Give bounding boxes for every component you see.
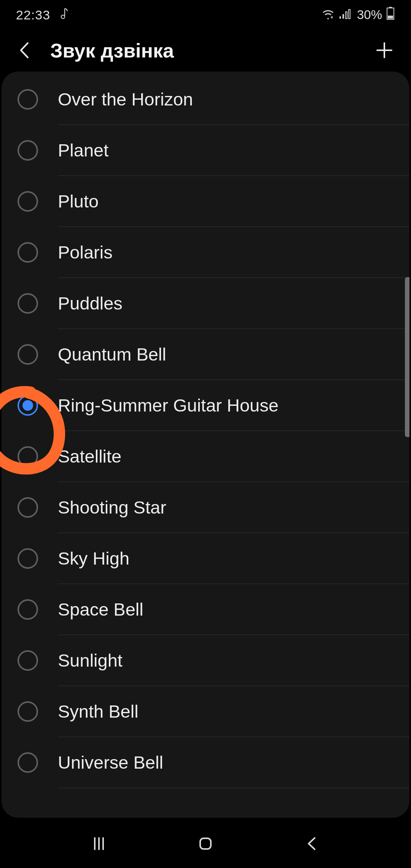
add-button[interactable] [373, 39, 396, 62]
svg-rect-13 [200, 838, 211, 849]
radio-button[interactable] [18, 650, 38, 671]
nav-back-button[interactable] [293, 833, 331, 855]
ringtone-label-wrap: Planet [58, 125, 409, 176]
radio-button[interactable] [18, 242, 38, 263]
radio-button[interactable] [18, 293, 38, 314]
ringtone-list[interactable]: Over the HorizonPlanetPlutoPolarisPuddle… [2, 74, 409, 788]
status-left: 22:33 [16, 7, 70, 22]
music-note-icon [59, 7, 70, 22]
status-right: 30% [321, 7, 395, 23]
ringtone-label-wrap: Universe Bell [58, 737, 409, 788]
recents-icon [91, 836, 107, 853]
ringtone-label-wrap: Shooting Star [58, 482, 409, 533]
status-bar: 22:33 30% [0, 0, 411, 30]
ringtone-item[interactable]: Pluto [18, 176, 409, 227]
radio-button[interactable] [18, 344, 38, 365]
ringtone-label: Over the Horizon [58, 89, 193, 110]
ringtone-item[interactable]: Quantum Bell [18, 329, 409, 380]
nav-recents-button[interactable] [80, 833, 118, 855]
radio-button[interactable] [18, 395, 38, 416]
ringtone-item[interactable]: Shooting Star [18, 482, 409, 533]
ringtone-label-wrap: Synth Bell [58, 686, 409, 737]
chevron-left-icon [18, 41, 31, 61]
ringtone-list-panel: Over the HorizonPlanetPlutoPolarisPuddle… [2, 72, 409, 818]
battery-icon [386, 7, 395, 23]
ringtone-label: Quantum Bell [58, 344, 166, 365]
ringtone-label: Universe Bell [58, 752, 163, 773]
ringtone-item[interactable]: Satellite [18, 431, 409, 482]
radio-button[interactable] [18, 89, 38, 110]
ringtone-label: Puddles [58, 293, 123, 314]
plus-icon [375, 41, 394, 61]
ringtone-item[interactable]: Puddles [18, 278, 409, 329]
back-button[interactable] [13, 39, 36, 62]
page-title: Звук дзвінка [50, 39, 358, 62]
ringtone-item[interactable]: Ring-Summer Guitar House [18, 380, 409, 431]
ringtone-item[interactable]: Universe Bell [18, 737, 409, 788]
svg-rect-2 [342, 14, 344, 19]
cell-signal-icon [339, 8, 351, 22]
ringtone-label: Planet [58, 140, 108, 161]
ringtone-label: Sky High [58, 548, 129, 569]
svg-point-0 [61, 15, 65, 19]
svg-rect-1 [339, 16, 341, 19]
status-time: 22:33 [16, 8, 50, 22]
radio-button[interactable] [18, 446, 38, 467]
ringtone-label: Polaris [58, 242, 113, 263]
svg-rect-3 [346, 12, 347, 19]
ringtone-item[interactable]: Sunlight [18, 635, 409, 686]
ringtone-label-wrap: Ring-Summer Guitar House [58, 380, 409, 431]
home-icon [198, 836, 213, 853]
ringtone-item[interactable]: Planet [18, 125, 409, 176]
ringtone-label-wrap: Over the Horizon [58, 74, 409, 125]
wifi-icon [321, 8, 335, 22]
app-header: Звук дзвінка [0, 30, 411, 72]
radio-button[interactable] [18, 191, 38, 212]
radio-button[interactable] [18, 701, 38, 722]
ringtone-label-wrap: Polaris [58, 227, 409, 278]
radio-button[interactable] [18, 548, 38, 569]
ringtone-label: Sunlight [58, 650, 123, 671]
battery-percent: 30% [357, 8, 382, 22]
ringtone-label-wrap: Quantum Bell [58, 329, 409, 380]
radio-button[interactable] [18, 497, 38, 518]
ringtone-label: Shooting Star [58, 497, 166, 518]
svg-rect-7 [388, 16, 393, 19]
back-icon [304, 836, 320, 853]
nav-home-button[interactable] [186, 833, 225, 855]
ringtone-label-wrap: Sunlight [58, 635, 409, 686]
ringtone-label-wrap: Puddles [58, 278, 409, 329]
svg-rect-4 [349, 10, 350, 19]
ringtone-item[interactable]: Synth Bell [18, 686, 409, 737]
ringtone-label-wrap: Sky High [58, 533, 409, 584]
radio-button[interactable] [18, 752, 38, 773]
ringtone-label: Satellite [58, 446, 121, 467]
ringtone-label: Space Bell [58, 599, 143, 620]
ringtone-label: Pluto [58, 191, 99, 212]
android-nav-bar [0, 820, 411, 868]
radio-button[interactable] [18, 140, 38, 161]
ringtone-label-wrap: Pluto [58, 176, 409, 227]
ringtone-label-wrap: Space Bell [58, 584, 409, 635]
ringtone-item[interactable]: Polaris [18, 227, 409, 278]
ringtone-item[interactable]: Sky High [18, 533, 409, 584]
radio-button[interactable] [18, 599, 38, 620]
scrollbar-thumb[interactable] [405, 277, 409, 437]
ringtone-label-wrap: Satellite [58, 431, 409, 482]
ringtone-label: Synth Bell [58, 701, 139, 722]
ringtone-label: Ring-Summer Guitar House [58, 395, 279, 416]
ringtone-item[interactable]: Space Bell [18, 584, 409, 635]
ringtone-item[interactable]: Over the Horizon [18, 74, 409, 125]
